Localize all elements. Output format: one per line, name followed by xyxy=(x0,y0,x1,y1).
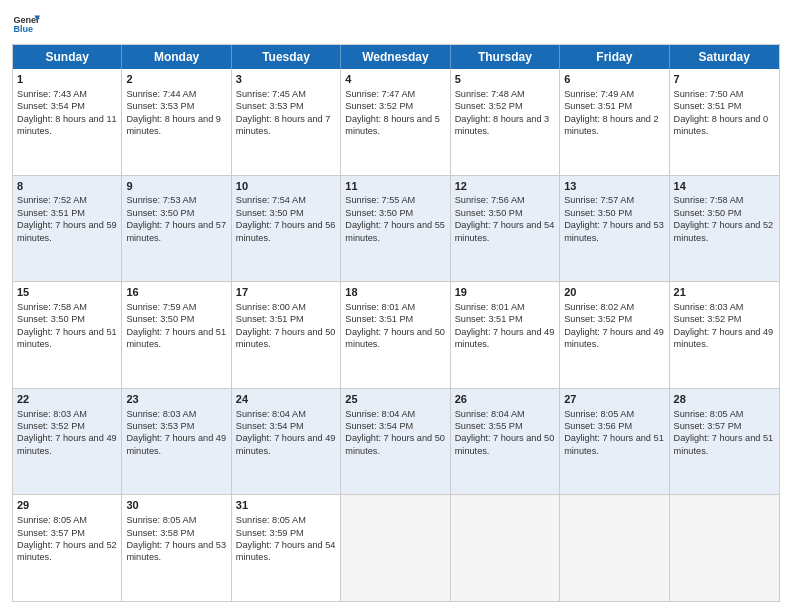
day-header-friday: Friday xyxy=(560,45,669,69)
day-info: Sunrise: 8:03 AMSunset: 3:52 PMDaylight:… xyxy=(17,409,117,456)
day-cell-9: 9Sunrise: 7:53 AMSunset: 3:50 PMDaylight… xyxy=(122,176,231,282)
day-cell-1: 1Sunrise: 7:43 AMSunset: 3:54 PMDaylight… xyxy=(13,69,122,175)
day-cell-10: 10Sunrise: 7:54 AMSunset: 3:50 PMDayligh… xyxy=(232,176,341,282)
day-info: Sunrise: 7:55 AMSunset: 3:50 PMDaylight:… xyxy=(345,195,445,242)
day-info: Sunrise: 8:05 AMSunset: 3:57 PMDaylight:… xyxy=(674,409,774,456)
day-info: Sunrise: 8:05 AMSunset: 3:58 PMDaylight:… xyxy=(126,515,226,562)
day-cell-16: 16Sunrise: 7:59 AMSunset: 3:50 PMDayligh… xyxy=(122,282,231,388)
day-number: 9 xyxy=(126,179,226,194)
empty-cell xyxy=(670,495,779,601)
day-info: Sunrise: 7:54 AMSunset: 3:50 PMDaylight:… xyxy=(236,195,336,242)
day-number: 24 xyxy=(236,392,336,407)
day-cell-13: 13Sunrise: 7:57 AMSunset: 3:50 PMDayligh… xyxy=(560,176,669,282)
day-info: Sunrise: 7:43 AMSunset: 3:54 PMDaylight:… xyxy=(17,89,117,136)
day-cell-4: 4Sunrise: 7:47 AMSunset: 3:52 PMDaylight… xyxy=(341,69,450,175)
day-header-thursday: Thursday xyxy=(451,45,560,69)
day-info: Sunrise: 8:01 AMSunset: 3:51 PMDaylight:… xyxy=(345,302,445,349)
calendar-header-row: SundayMondayTuesdayWednesdayThursdayFrid… xyxy=(13,45,779,69)
calendar-week-5: 29Sunrise: 8:05 AMSunset: 3:57 PMDayligh… xyxy=(13,495,779,601)
day-info: Sunrise: 7:58 AMSunset: 3:50 PMDaylight:… xyxy=(674,195,774,242)
day-cell-23: 23Sunrise: 8:03 AMSunset: 3:53 PMDayligh… xyxy=(122,389,231,495)
day-info: Sunrise: 8:01 AMSunset: 3:51 PMDaylight:… xyxy=(455,302,555,349)
day-info: Sunrise: 8:04 AMSunset: 3:55 PMDaylight:… xyxy=(455,409,555,456)
day-cell-3: 3Sunrise: 7:45 AMSunset: 3:53 PMDaylight… xyxy=(232,69,341,175)
day-cell-29: 29Sunrise: 8:05 AMSunset: 3:57 PMDayligh… xyxy=(13,495,122,601)
day-number: 5 xyxy=(455,72,555,87)
day-header-monday: Monday xyxy=(122,45,231,69)
day-info: Sunrise: 8:04 AMSunset: 3:54 PMDaylight:… xyxy=(236,409,336,456)
day-info: Sunrise: 7:59 AMSunset: 3:50 PMDaylight:… xyxy=(126,302,226,349)
day-cell-15: 15Sunrise: 7:58 AMSunset: 3:50 PMDayligh… xyxy=(13,282,122,388)
day-info: Sunrise: 8:03 AMSunset: 3:53 PMDaylight:… xyxy=(126,409,226,456)
day-info: Sunrise: 7:44 AMSunset: 3:53 PMDaylight:… xyxy=(126,89,221,136)
day-number: 8 xyxy=(17,179,117,194)
day-info: Sunrise: 7:58 AMSunset: 3:50 PMDaylight:… xyxy=(17,302,117,349)
day-number: 31 xyxy=(236,498,336,513)
day-number: 13 xyxy=(564,179,664,194)
day-number: 22 xyxy=(17,392,117,407)
day-number: 17 xyxy=(236,285,336,300)
day-cell-25: 25Sunrise: 8:04 AMSunset: 3:54 PMDayligh… xyxy=(341,389,450,495)
day-cell-2: 2Sunrise: 7:44 AMSunset: 3:53 PMDaylight… xyxy=(122,69,231,175)
calendar-week-1: 1Sunrise: 7:43 AMSunset: 3:54 PMDaylight… xyxy=(13,69,779,176)
day-info: Sunrise: 8:05 AMSunset: 3:57 PMDaylight:… xyxy=(17,515,117,562)
day-number: 18 xyxy=(345,285,445,300)
day-number: 3 xyxy=(236,72,336,87)
empty-cell xyxy=(341,495,450,601)
day-cell-30: 30Sunrise: 8:05 AMSunset: 3:58 PMDayligh… xyxy=(122,495,231,601)
day-number: 4 xyxy=(345,72,445,87)
day-info: Sunrise: 8:03 AMSunset: 3:52 PMDaylight:… xyxy=(674,302,774,349)
day-number: 19 xyxy=(455,285,555,300)
calendar-week-2: 8Sunrise: 7:52 AMSunset: 3:51 PMDaylight… xyxy=(13,176,779,283)
day-number: 28 xyxy=(674,392,775,407)
day-number: 27 xyxy=(564,392,664,407)
day-info: Sunrise: 7:48 AMSunset: 3:52 PMDaylight:… xyxy=(455,89,550,136)
day-info: Sunrise: 7:56 AMSunset: 3:50 PMDaylight:… xyxy=(455,195,555,242)
day-cell-20: 20Sunrise: 8:02 AMSunset: 3:52 PMDayligh… xyxy=(560,282,669,388)
day-header-tuesday: Tuesday xyxy=(232,45,341,69)
day-info: Sunrise: 8:05 AMSunset: 3:59 PMDaylight:… xyxy=(236,515,336,562)
day-info: Sunrise: 8:05 AMSunset: 3:56 PMDaylight:… xyxy=(564,409,664,456)
day-header-sunday: Sunday xyxy=(13,45,122,69)
day-number: 15 xyxy=(17,285,117,300)
empty-cell xyxy=(451,495,560,601)
day-cell-12: 12Sunrise: 7:56 AMSunset: 3:50 PMDayligh… xyxy=(451,176,560,282)
day-header-wednesday: Wednesday xyxy=(341,45,450,69)
calendar-week-3: 15Sunrise: 7:58 AMSunset: 3:50 PMDayligh… xyxy=(13,282,779,389)
calendar-week-4: 22Sunrise: 8:03 AMSunset: 3:52 PMDayligh… xyxy=(13,389,779,496)
day-number: 23 xyxy=(126,392,226,407)
day-number: 6 xyxy=(564,72,664,87)
calendar: SundayMondayTuesdayWednesdayThursdayFrid… xyxy=(12,44,780,602)
day-number: 29 xyxy=(17,498,117,513)
day-cell-26: 26Sunrise: 8:04 AMSunset: 3:55 PMDayligh… xyxy=(451,389,560,495)
day-cell-24: 24Sunrise: 8:04 AMSunset: 3:54 PMDayligh… xyxy=(232,389,341,495)
day-number: 10 xyxy=(236,179,336,194)
day-cell-6: 6Sunrise: 7:49 AMSunset: 3:51 PMDaylight… xyxy=(560,69,669,175)
logo: General Blue xyxy=(12,10,40,38)
day-number: 20 xyxy=(564,285,664,300)
day-cell-5: 5Sunrise: 7:48 AMSunset: 3:52 PMDaylight… xyxy=(451,69,560,175)
calendar-body: 1Sunrise: 7:43 AMSunset: 3:54 PMDaylight… xyxy=(13,69,779,601)
day-cell-31: 31Sunrise: 8:05 AMSunset: 3:59 PMDayligh… xyxy=(232,495,341,601)
empty-cell xyxy=(560,495,669,601)
day-cell-7: 7Sunrise: 7:50 AMSunset: 3:51 PMDaylight… xyxy=(670,69,779,175)
day-number: 14 xyxy=(674,179,775,194)
day-cell-27: 27Sunrise: 8:05 AMSunset: 3:56 PMDayligh… xyxy=(560,389,669,495)
logo-icon: General Blue xyxy=(12,10,40,38)
day-info: Sunrise: 7:53 AMSunset: 3:50 PMDaylight:… xyxy=(126,195,226,242)
day-cell-22: 22Sunrise: 8:03 AMSunset: 3:52 PMDayligh… xyxy=(13,389,122,495)
day-cell-18: 18Sunrise: 8:01 AMSunset: 3:51 PMDayligh… xyxy=(341,282,450,388)
main-container: General Blue SundayMondayTuesdayWednesda… xyxy=(0,0,792,612)
day-info: Sunrise: 7:45 AMSunset: 3:53 PMDaylight:… xyxy=(236,89,331,136)
svg-text:Blue: Blue xyxy=(13,24,33,34)
day-number: 1 xyxy=(17,72,117,87)
day-info: Sunrise: 7:47 AMSunset: 3:52 PMDaylight:… xyxy=(345,89,440,136)
day-header-saturday: Saturday xyxy=(670,45,779,69)
day-info: Sunrise: 8:00 AMSunset: 3:51 PMDaylight:… xyxy=(236,302,336,349)
day-number: 11 xyxy=(345,179,445,194)
day-number: 26 xyxy=(455,392,555,407)
day-info: Sunrise: 8:04 AMSunset: 3:54 PMDaylight:… xyxy=(345,409,445,456)
day-cell-11: 11Sunrise: 7:55 AMSunset: 3:50 PMDayligh… xyxy=(341,176,450,282)
day-number: 30 xyxy=(126,498,226,513)
day-info: Sunrise: 7:50 AMSunset: 3:51 PMDaylight:… xyxy=(674,89,769,136)
